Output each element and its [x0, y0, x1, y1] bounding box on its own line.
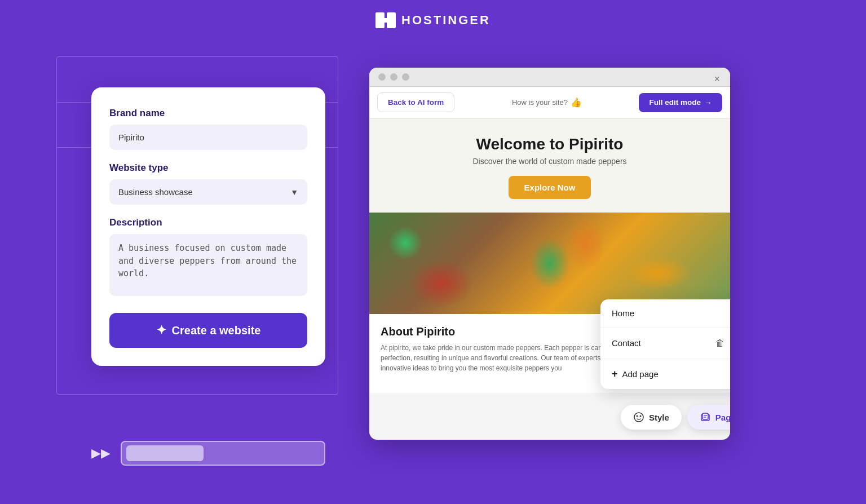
style-button[interactable]: Style — [621, 405, 682, 430]
create-website-button[interactable]: ✦ Create a website — [109, 313, 307, 348]
progress-bar — [121, 441, 325, 466]
browser-dot-2 — [390, 73, 397, 81]
image-overlay — [369, 213, 730, 314]
pages-label: Pages — [715, 413, 730, 422]
full-edit-label: Full edit mode — [649, 98, 701, 107]
browser-close-button[interactable]: × — [714, 73, 720, 85]
style-label: Style — [649, 413, 669, 422]
website-type-label: Website type — [109, 162, 307, 174]
browser-topbar: × — [369, 68, 730, 87]
site-title: Welcome to Pipirito — [381, 135, 719, 153]
bottom-progress-area: ▶▶ — [91, 441, 325, 466]
arrow-right-icon: → — [704, 98, 712, 107]
context-menu: Home Contact 🗑 ⚙ + Add page — [600, 299, 730, 389]
sparkle-icon: ✦ — [156, 323, 166, 338]
svg-point-5 — [639, 415, 641, 417]
pages-icon — [700, 412, 711, 423]
browser-dot-1 — [378, 73, 386, 81]
browser-dot-3 — [402, 73, 409, 81]
thumbs-up-icon: 👍 — [571, 97, 582, 108]
create-btn-label: Create a website — [172, 324, 261, 337]
back-to-ai-button[interactable]: Back to AI form — [377, 92, 454, 112]
site-hero: Welcome to Pipirito Discover the world o… — [369, 118, 730, 213]
svg-rect-7 — [702, 413, 708, 419]
description-textarea[interactable]: A business focused on custom made and di… — [109, 234, 307, 296]
plus-icon: + — [612, 368, 618, 380]
left-form-panel: Brand name Website type Business showcas… — [91, 87, 325, 366]
pages-button[interactable]: Pages — [687, 405, 730, 430]
website-type-select-wrap: Business showcase Portfolio Blog ▼ — [109, 179, 307, 205]
contact-label: Contact — [612, 338, 641, 348]
browser-window: × Back to AI form How is your site? 👍 Fu… — [369, 68, 730, 440]
svg-point-3 — [634, 413, 643, 422]
explore-now-button[interactable]: Explore Now — [509, 176, 591, 199]
logo-text: HOSTINGER — [401, 13, 491, 28]
menu-item-contact-icons: 🗑 ⚙ — [714, 337, 730, 350]
brand-name-input[interactable] — [109, 125, 307, 150]
menu-item-home[interactable]: Home — [600, 299, 730, 327]
double-arrow-icon: ▶▶ — [91, 446, 111, 461]
svg-point-4 — [636, 415, 638, 417]
brand-name-label: Brand name — [109, 108, 307, 119]
site-hero-image — [369, 213, 730, 314]
palette-icon — [633, 412, 644, 423]
hostinger-logo-icon — [375, 12, 396, 28]
browser-toolbar: Back to AI form How is your site? 👍 Full… — [369, 87, 730, 118]
progress-fill — [126, 445, 204, 461]
website-type-select[interactable]: Business showcase Portfolio Blog — [109, 179, 307, 205]
home-label: Home — [612, 308, 634, 318]
bottom-actions: Style Pages — [621, 405, 730, 430]
add-page-label: Add page — [622, 369, 659, 379]
header: HOSTINGER — [0, 0, 866, 38]
how-site-feedback: How is your site? 👍 — [461, 97, 632, 108]
description-label: Description — [109, 217, 307, 228]
menu-item-contact[interactable]: Contact 🗑 ⚙ — [600, 328, 730, 359]
full-edit-button[interactable]: Full edit mode → — [639, 93, 722, 112]
add-page-item[interactable]: + Add page — [600, 359, 730, 389]
logo: HOSTINGER — [375, 12, 491, 28]
how-site-text: How is your site? — [512, 98, 568, 107]
svg-rect-2 — [375, 18, 396, 23]
delete-icon[interactable]: 🗑 — [714, 337, 726, 350]
site-subtitle: Discover the world of custom made pepper… — [381, 157, 719, 166]
